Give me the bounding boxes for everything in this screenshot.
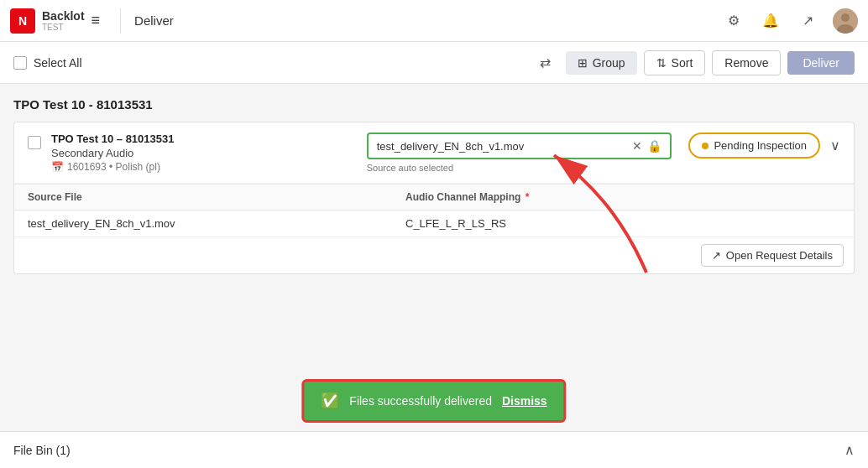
- file-input-wrap: test_delivery_EN_8ch_v1.mov ✕ 🔒: [367, 133, 672, 159]
- user-avatar[interactable]: [833, 8, 858, 34]
- card-meta: 📅 1601693 • Polish (pl): [51, 161, 357, 173]
- status-label: Pending Inspection: [714, 139, 807, 152]
- select-all-checkbox[interactable]: [13, 56, 27, 70]
- card-meta-text: 1601693 • Polish (pl): [67, 161, 160, 173]
- select-all-label[interactable]: Select All: [34, 56, 82, 70]
- external-link-icon[interactable]: ↗: [796, 9, 819, 33]
- svg-point-1: [841, 13, 850, 22]
- open-request-label: Open Request Details: [726, 249, 833, 262]
- filebin-chevron-up-icon[interactable]: ∧: [844, 442, 855, 458]
- toast-notification: ✅ Files successfully delivered Dismiss: [301, 379, 566, 423]
- toolbar: Select All ⇄ ⊞ Group ⇅ Sort Remove Deliv…: [0, 42, 868, 84]
- open-request-button[interactable]: ↗ Open Request Details: [701, 244, 844, 267]
- card-info: TPO Test 10 – 81013531 Secondary Audio 📅…: [51, 133, 357, 173]
- select-all-area: Select All: [13, 56, 82, 70]
- file-source-note: Source auto selected: [367, 163, 672, 173]
- group-button[interactable]: ⊞ Group: [566, 51, 637, 75]
- sort-icon: ⇅: [656, 56, 667, 70]
- deliver-button[interactable]: Deliver: [787, 51, 855, 75]
- toast-check-icon: ✅: [321, 392, 339, 410]
- brand-info: Backlot TEST: [42, 9, 85, 33]
- toast-dismiss-button[interactable]: Dismiss: [502, 394, 547, 408]
- card-chevron-down-icon[interactable]: ∨: [830, 138, 840, 153]
- topnav: N Backlot TEST ≡ Deliver ⚙ 🔔 ↗: [0, 0, 868, 42]
- filter-icon-button[interactable]: ⇄: [532, 49, 559, 76]
- delivery-card: TPO Test 10 – 81013531 Secondary Audio 📅…: [13, 122, 855, 274]
- group-icon: ⊞: [578, 56, 588, 70]
- settings-icon[interactable]: ⚙: [722, 9, 745, 33]
- nav-icons: ⚙ 🔔 ↗: [722, 8, 858, 34]
- filebin-footer: File Bin (1) ∧: [0, 431, 868, 468]
- nav-divider: [120, 8, 121, 34]
- sort-label: Sort: [672, 56, 693, 70]
- table-row: test_delivery_EN_8ch_v1.mov C_LFE_L_R_LS…: [14, 211, 854, 237]
- section-title: TPO Test 10 - 81013531: [13, 97, 855, 112]
- table-cell-audio-mapping: C_LFE_L_R_LS_RS: [392, 211, 854, 237]
- file-input-value: test_delivery_EN_8ch_v1.mov: [377, 140, 628, 153]
- remove-button[interactable]: Remove: [712, 50, 781, 75]
- avatar-image: [833, 8, 858, 34]
- calendar-icon: 📅: [51, 161, 64, 173]
- brand-title: Backlot: [42, 9, 85, 23]
- brand-sub: TEST: [42, 23, 85, 32]
- card-header: TPO Test 10 – 81013531 Secondary Audio 📅…: [14, 122, 854, 184]
- netflix-icon: N: [10, 8, 35, 34]
- table-cell-source-file: test_delivery_EN_8ch_v1.mov: [14, 211, 392, 237]
- toast-message: Files successfully delivered: [349, 394, 492, 408]
- external-link-icon: ↗: [712, 249, 721, 262]
- bell-icon[interactable]: 🔔: [759, 9, 782, 33]
- card-status-area: Pending Inspection ∨: [688, 133, 840, 159]
- status-dot: [702, 143, 709, 149]
- table-col-audio: Audio Channel Mapping *: [392, 185, 854, 211]
- open-request-row: ↗ Open Request Details: [14, 237, 854, 273]
- required-star: *: [526, 191, 530, 203]
- file-input-clear-icon[interactable]: ✕: [632, 139, 642, 153]
- hamburger-icon[interactable]: ≡: [92, 12, 101, 29]
- status-badge[interactable]: Pending Inspection: [688, 133, 820, 159]
- page-title: Deliver: [134, 13, 174, 28]
- card-file-input: test_delivery_EN_8ch_v1.mov ✕ 🔒 Source a…: [367, 133, 672, 173]
- card-title: TPO Test 10 – 81013531: [51, 133, 357, 145]
- card-checkbox[interactable]: [28, 136, 41, 149]
- card-table: Source File Audio Channel Mapping * test…: [14, 184, 854, 237]
- brand-logo: N Backlot TEST: [10, 8, 85, 34]
- group-label: Group: [593, 56, 625, 70]
- card-subtitle: Secondary Audio: [51, 147, 357, 159]
- table-col-source: Source File: [14, 185, 392, 211]
- file-input-lock-icon[interactable]: 🔒: [647, 139, 661, 153]
- filebin-label: File Bin (1): [13, 444, 71, 457]
- sort-button[interactable]: ⇅ Sort: [644, 50, 706, 75]
